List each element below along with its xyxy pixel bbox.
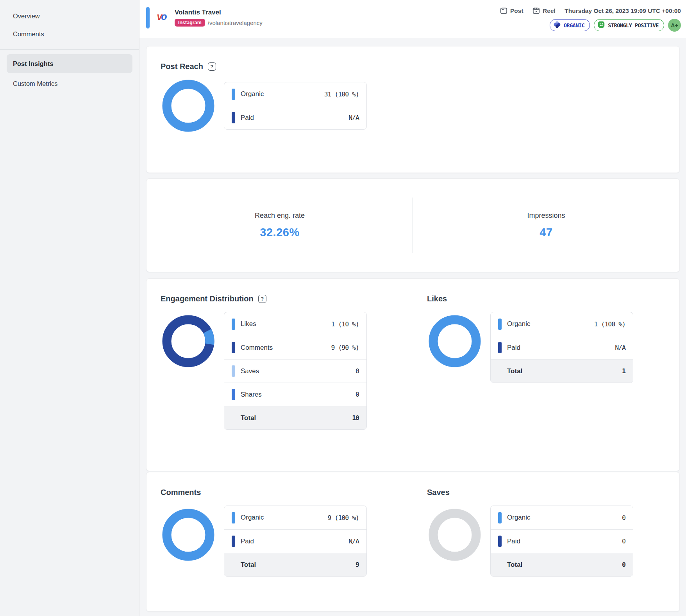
organic-icon [554,21,561,29]
saves-panel: Saves Organic 0 [413,472,679,611]
saves-legend: Organic 0 Paid 0 Total 0 [490,506,633,577]
comments-donut [146,506,224,561]
sentiment-badge: STRONGLY POSITIVE [594,19,664,31]
saves-marker [232,365,235,377]
legend-row: Likes 1 (10 %) [224,312,366,336]
sidebar: Overview Comments Post Insights Custom M… [0,0,139,616]
sidebar-item-comments[interactable]: Comments [0,25,139,43]
grade-badge: A+ [668,19,681,32]
legend-total-row: Total 1 [491,359,633,383]
legend-row: Paid N/A [491,336,633,359]
legend-total-row: Total 0 [491,553,633,576]
account-logo: vo [154,10,169,23]
organic-marker [232,512,235,523]
post-reach-title: Post Reach [161,62,203,71]
legend-row: Organic 0 [491,506,633,529]
engagement-legend: Likes 1 (10 %) Comments 9 (90 %) Saves [224,312,367,430]
paid-marker [498,342,502,353]
separator [560,7,561,14]
engagement-distribution-title: Engagement Distribution [161,294,254,303]
metric-value: 47 [540,226,552,239]
post-meta: Post Reel Thursday Oct 26, 20 [500,0,681,38]
smiley-icon [598,21,605,29]
likes-title: Likes [427,294,447,303]
metric-value: 32.26% [260,226,299,239]
sidebar-item-overview[interactable]: Overview [0,7,139,25]
legend-total-row: Total 10 [224,406,366,429]
sentiment-badge-label: STRONGLY POSITIVE [608,22,659,28]
post-reach-card: Post Reach ? Organic 31 (100 %) [146,46,680,173]
account-block: vo Volantis Travel Instagram /volantistr… [146,0,263,38]
organic-badge-label: ORGANIC [564,22,584,28]
post-icon [500,7,507,14]
legend-row: Organic 1 (100 %) [491,312,633,336]
reel-type-label: Reel [543,7,556,14]
legend-row: Saves 0 [224,359,366,383]
likes-panel: Likes Organic 1 (100 %) [413,279,679,471]
comments-panel: Comments Organic 9 (100 %) [146,472,413,611]
likes-donut [413,312,490,367]
likes-legend: Organic 1 (100 %) Paid N/A Total 1 [490,312,633,383]
organic-badge: ORGANIC [550,19,590,31]
paid-marker [498,536,502,547]
metric-label: Impressions [527,212,565,220]
legend-row: Organic 31 (100 %) [224,82,366,106]
post-reach-legend: Organic 31 (100 %) Paid N/A [224,82,367,130]
impressions-metric: Impressions 47 [413,179,679,272]
logo-letter-v: v [157,11,161,22]
legend-row: Paid N/A [224,106,366,129]
network-badge: Instagram [175,19,205,27]
sidebar-item-post-insights[interactable]: Post Insights [7,54,132,73]
comments-marker [232,342,235,353]
comments-saves-card: Comments Organic 9 (100 %) [146,472,680,612]
post-type-label: Post [510,7,523,14]
logo-letter-o: o [161,11,166,22]
separator [528,7,529,14]
metric-label: Reach eng. rate [255,212,305,220]
reach-eng-rate-metric: Reach eng. rate 32.26% [146,179,413,272]
legend-total-row: Total 9 [224,553,366,576]
post-type-chip[interactable]: Post [500,7,523,14]
organic-marker [498,512,502,523]
engagement-donut [146,312,224,367]
sidebar-divider [0,49,139,50]
help-icon[interactable]: ? [208,62,216,71]
account-info: Volantis Travel Instagram /volantistrave… [175,7,263,27]
comments-legend: Organic 9 (100 %) Paid N/A Total 9 [224,506,367,577]
shares-marker [232,389,235,400]
legend-row: Paid N/A [224,529,366,553]
accent-bar [146,7,150,28]
post-reach-donut [146,80,224,132]
likes-marker [232,319,235,330]
content-area: Post Reach ? Organic 31 (100 %) [139,38,686,616]
saves-donut [413,506,490,561]
account-handle[interactable]: /volantistravelagency [208,20,263,26]
help-icon[interactable]: ? [258,295,266,303]
comments-title: Comments [161,488,201,497]
reel-type-chip[interactable]: Reel [532,7,556,14]
reel-icon [532,7,540,14]
organic-marker [232,89,235,100]
post-header: vo Volantis Travel Instagram /volantistr… [139,0,686,38]
account-name: Volantis Travel [175,9,263,16]
metrics-card: Reach eng. rate 32.26% Impressions 47 [146,178,680,272]
legend-row: Organic 9 (100 %) [224,506,366,529]
legend-row: Shares 0 [224,383,366,406]
sidebar-item-custom-metrics[interactable]: Custom Metrics [0,75,139,93]
engagement-card: Engagement Distribution ? [146,278,680,471]
organic-marker [498,319,502,330]
main-area: vo Volantis Travel Instagram /volantistr… [139,0,686,616]
paid-marker [232,536,235,547]
post-datetime: Thursday Oct 26, 2023 19:09 UTC +00:00 [565,7,681,14]
legend-row: Comments 9 (90 %) [224,336,366,359]
engagement-distribution-panel: Engagement Distribution ? [146,279,413,471]
saves-title: Saves [427,488,450,497]
paid-marker [232,112,235,123]
legend-row: Paid 0 [491,529,633,553]
